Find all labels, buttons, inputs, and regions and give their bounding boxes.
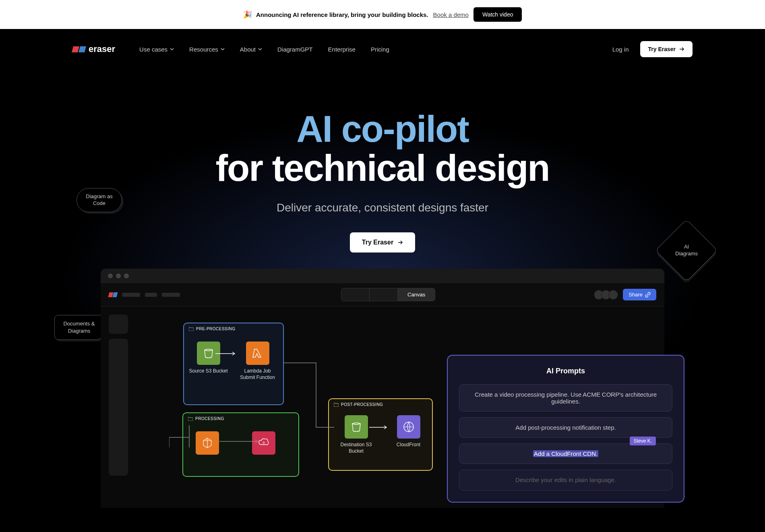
badge-documents-diagrams[interactable]: Documents & Diagrams <box>54 315 104 340</box>
label-text: PRE-PROCESSING <box>196 327 236 331</box>
nav-pricing[interactable]: Pricing <box>371 46 389 53</box>
prompt-item[interactable]: Create a video processing pipeline. Use … <box>459 384 672 412</box>
chevron-down-icon <box>258 47 262 51</box>
node-processor1[interactable] <box>195 431 219 458</box>
canvas-area: PRE-PROCESSING Source S3 Bucket Lambda J… <box>101 306 664 508</box>
nav-item-label: Use cases <box>139 46 167 53</box>
ai-panel-title: AI Prompts <box>459 367 672 375</box>
window-dot-close-icon <box>108 273 113 278</box>
badge-label: Documents & Diagrams <box>62 320 96 335</box>
nav-item-label: About <box>240 46 256 53</box>
badge-label: Diagram as Code <box>84 193 114 207</box>
canvas-sidebar <box>109 315 131 500</box>
try-eraser-hero-button[interactable]: Try Eraser <box>350 232 415 253</box>
node-label: Destination S3 Bucket <box>335 442 377 454</box>
nav-resources[interactable]: Resources <box>189 46 225 53</box>
announcement-bar: 🎉 Announcing AI reference library, bring… <box>0 0 765 29</box>
button-label: Share <box>629 292 643 298</box>
toolbar-left <box>109 292 180 297</box>
try-eraser-nav-button[interactable]: Try Eraser <box>640 41 693 57</box>
mini-logo-icon <box>109 292 117 297</box>
nav-right: Log in Try Eraser <box>612 41 693 57</box>
badge-diagram-as-code[interactable]: Diagram as Code <box>76 188 122 212</box>
lambda-icon <box>246 342 269 365</box>
group-postprocessing[interactable]: POST-PROCESSING Destination S3 Bucket Cl… <box>328 398 433 471</box>
prompt-input[interactable]: Describe your edits in plain language. <box>459 470 672 491</box>
window-dot-max-icon <box>124 273 129 278</box>
cloudfront-icon <box>397 415 420 439</box>
breadcrumb-placeholder <box>145 293 157 297</box>
connector-line <box>169 425 193 449</box>
label-text: PROCESSING <box>195 416 224 421</box>
nav-item-label: Resources <box>189 46 218 53</box>
book-demo-link[interactable]: Book a demo <box>433 11 469 18</box>
label-text: POST-PROCESSING <box>341 402 383 407</box>
arrow-icon <box>369 425 389 429</box>
button-label: Try Eraser <box>648 46 676 52</box>
connector-line <box>284 361 336 429</box>
diagram-area[interactable]: PRE-PROCESSING Source S3 Bucket Lambda J… <box>131 315 656 500</box>
hero-title-line1: AI co-pilot <box>0 110 765 149</box>
window-dot-min-icon <box>116 273 121 278</box>
badge-ai-diagrams[interactable]: AI Diagrams <box>655 219 718 282</box>
nav-diagramgpt[interactable]: DiagramGPT <box>277 46 313 53</box>
compute-icon <box>196 431 219 455</box>
app-toolbar: Canvas Share <box>101 283 664 306</box>
group-label: PROCESSING <box>188 416 224 421</box>
watch-video-button[interactable]: Watch video <box>473 7 522 22</box>
main-nav: eraser Use cases Resources About Diagram… <box>0 29 765 69</box>
node-lambda[interactable]: Lambda Job Submit Function <box>236 342 279 381</box>
logo[interactable]: eraser <box>72 44 115 54</box>
node-s3-source[interactable]: Source S3 Bucket <box>187 342 229 375</box>
node-cloudfront[interactable]: CloudFront <box>387 415 430 448</box>
node-label: CloudFront <box>387 442 430 448</box>
node-processor2[interactable] <box>252 431 276 458</box>
party-emoji: 🎉 <box>243 10 252 19</box>
link-icon <box>645 292 651 298</box>
group-processing[interactable]: PROCESSING <box>182 412 299 477</box>
hero-title-line2: for technical design <box>0 149 765 188</box>
login-link[interactable]: Log in <box>612 46 629 53</box>
svg-point-0 <box>263 442 265 443</box>
nav-enterprise[interactable]: Enterprise <box>328 46 356 53</box>
nav-links: Use cases Resources About DiagramGPT Ent… <box>139 46 389 53</box>
node-s3-dest[interactable]: Destination S3 Bucket <box>335 415 377 454</box>
nav-about[interactable]: About <box>240 46 262 53</box>
chevron-down-icon <box>221 47 225 51</box>
nav-use-cases[interactable]: Use cases <box>139 46 174 53</box>
sidebar-tool-panel[interactable] <box>109 339 128 476</box>
avatar-group <box>596 290 618 300</box>
avatar[interactable] <box>608 290 618 300</box>
share-button[interactable]: Share <box>623 289 656 300</box>
hero-section: Diagram as Code AI Diagrams Documents & … <box>0 69 765 532</box>
announcement-text: Announcing AI reference library, bring y… <box>256 11 428 18</box>
prompt-text-highlighted: Add a CloudFront CDN. <box>533 450 598 457</box>
sidebar-tool[interactable] <box>109 315 128 334</box>
group-preprocessing[interactable]: PRE-PROCESSING Source S3 Bucket Lambda J… <box>183 323 284 405</box>
prompt-item-active[interactable]: Steve K. Add a CloudFront CDN. <box>459 443 672 464</box>
toolbar-tab-canvas[interactable]: Canvas <box>398 288 435 301</box>
window-header <box>101 269 664 283</box>
toolbar-right: Share <box>596 289 656 300</box>
toolbar-tab[interactable] <box>370 288 398 301</box>
user-tag: Steve K. <box>630 437 656 445</box>
arrow-right-icon <box>679 46 684 52</box>
announcement-content: 🎉 Announcing AI reference library, bring… <box>243 10 428 19</box>
app-preview: Canvas Share <box>101 269 664 508</box>
breadcrumb-placeholder <box>162 293 180 297</box>
group-label: PRE-PROCESSING <box>189 327 236 331</box>
connector-line <box>219 439 260 443</box>
toolbar-tab[interactable] <box>341 288 370 301</box>
hero-title: AI co-pilot for technical design <box>0 110 765 187</box>
chevron-down-icon <box>170 47 174 51</box>
button-label: Try Eraser <box>362 239 393 246</box>
s3-bucket-icon <box>345 415 368 439</box>
folder-icon <box>188 417 193 421</box>
logo-text: eraser <box>89 44 115 54</box>
folder-icon <box>189 327 194 331</box>
prompt-item[interactable]: Add post-processing notification step. <box>459 417 672 438</box>
arrow-right-icon <box>397 240 403 245</box>
node-label: Lambda Job Submit Function <box>236 368 279 381</box>
prompt-placeholder: Describe your edits in plain language. <box>515 476 616 483</box>
ai-prompts-panel: AI Prompts Create a video processing pip… <box>447 355 684 503</box>
